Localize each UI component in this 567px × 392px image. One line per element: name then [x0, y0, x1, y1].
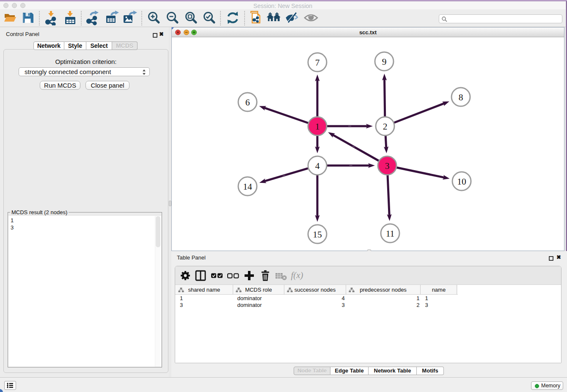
show-columns-icon[interactable] [194, 269, 207, 282]
table-cell[interactable]: dominator [233, 295, 284, 302]
clone-network-icon[interactable] [249, 10, 264, 25]
edge-3-10[interactable] [397, 168, 445, 178]
control-panel-title: Control Panel [6, 31, 39, 37]
table-cell[interactable]: 3 [421, 302, 457, 309]
tab-edge-table[interactable]: Edge Table [330, 367, 369, 375]
result-scrollbar-thumb[interactable] [156, 216, 160, 247]
graph-node-7[interactable]: 7 [308, 53, 327, 72]
tab-network[interactable]: Network [33, 41, 64, 50]
node-label: 10 [457, 177, 466, 187]
edge-3-11[interactable] [388, 175, 389, 216]
task-list-icon [5, 381, 16, 389]
table-cell[interactable]: 2 [346, 302, 421, 309]
graph-node-2[interactable]: 2 [376, 117, 394, 135]
create-column-icon[interactable] [242, 269, 256, 282]
table-cell[interactable]: 1 [176, 295, 233, 302]
tab-mcds[interactable]: MCDS [112, 41, 138, 50]
unselect-all-columns-icon[interactable] [226, 269, 240, 282]
tab-network-table[interactable]: Network Table [369, 367, 417, 375]
table-cell[interactable]: 3 [284, 302, 346, 309]
search-input[interactable] [449, 15, 559, 22]
delete-column-icon[interactable] [259, 269, 272, 282]
table-panel-tabs: Node Table Edge Table Network Table Moti… [294, 367, 444, 375]
import-network-icon[interactable] [44, 10, 59, 25]
network-window-titlebar[interactable]: scc.txt [172, 28, 564, 37]
graph-node-9[interactable]: 9 [375, 52, 394, 71]
apply-layout-icon[interactable] [225, 10, 240, 25]
edge-1-6[interactable] [264, 108, 308, 123]
hide-selected-icon[interactable] [285, 10, 300, 25]
graph-node-14[interactable]: 14 [238, 177, 257, 196]
table-cell[interactable]: 1 [421, 295, 457, 302]
toolbar-separator [220, 11, 221, 25]
edge-2-8[interactable] [394, 103, 445, 123]
column-header-shared-name[interactable]: shared name [176, 285, 233, 295]
edge-2-3[interactable] [385, 136, 386, 149]
column-header-label: successor nodes [284, 287, 346, 293]
delete-table-icon [274, 269, 288, 282]
edge-4-14[interactable] [264, 168, 308, 182]
result-scrollbar[interactable] [155, 216, 160, 367]
open-session-icon[interactable] [2, 10, 17, 25]
run-mcds-button[interactable]: Run MCDS [40, 81, 80, 90]
close-panel-button[interactable]: Close panel [85, 81, 129, 90]
edge-2-9[interactable] [385, 78, 385, 116]
network-graph: 1234678910111415 [172, 38, 564, 251]
save-session-icon[interactable] [20, 10, 36, 25]
graph-node-8[interactable]: 8 [451, 88, 470, 106]
zoom-out-icon[interactable] [165, 10, 180, 25]
zoom-in-icon[interactable] [146, 10, 161, 25]
table-cell[interactable]: 1 [346, 295, 421, 302]
zoom-selected-icon[interactable] [201, 10, 217, 25]
tab-select[interactable]: Select [86, 41, 112, 50]
export-image-icon[interactable] [122, 10, 137, 25]
select-all-columns-icon[interactable] [210, 269, 224, 282]
tab-style[interactable]: Style [64, 41, 86, 50]
memory-status-icon [535, 384, 539, 388]
criterion-select[interactable]: strongly connected component [19, 67, 150, 76]
column-header-name[interactable]: name [421, 285, 457, 295]
mcds-result-area[interactable]: 1 3 [8, 216, 161, 367]
graph-node-10[interactable]: 10 [452, 172, 471, 190]
node-label: 2 [383, 121, 388, 132]
column-header-MCDS-role[interactable]: MCDS role [233, 285, 284, 295]
graph-node-4[interactable]: 4 [308, 156, 327, 175]
node-label: 15 [313, 229, 322, 240]
table-cell[interactable]: 4 [284, 295, 346, 302]
graph-node-6[interactable]: 6 [238, 93, 257, 111]
control-panel-float-button[interactable] [153, 32, 158, 37]
show-all-icon[interactable] [303, 10, 319, 25]
mcds-result-group: MCDS result (2 nodes) 1 3 [8, 212, 162, 367]
table-cell[interactable]: dominator [233, 302, 284, 309]
graph-node-1[interactable]: 1 [308, 117, 327, 135]
control-panel-close-button[interactable]: ✖ [159, 32, 164, 36]
column-header-successor-nodes[interactable]: successor nodes [284, 285, 346, 295]
network-window-title: scc.txt [172, 29, 564, 36]
node-label: 8 [459, 92, 463, 102]
network-canvas[interactable]: 1234678910111415 [172, 38, 564, 251]
import-table-icon[interactable] [63, 10, 78, 25]
function-builder-icon: f(x) [290, 269, 304, 282]
export-network-icon[interactable] [85, 10, 101, 25]
edge-label-mark [350, 165, 352, 166]
table-panel: Table Panel ✖ [171, 251, 567, 377]
column-header-label: shared name [176, 287, 233, 293]
node-label: 7 [315, 58, 320, 68]
graph-node-15[interactable]: 15 [308, 225, 327, 243]
table-cell[interactable]: 3 [176, 302, 233, 309]
tab-node-table[interactable]: Node Table [294, 367, 330, 375]
status-bar: Memory [0, 377, 567, 392]
table-panel-close-button[interactable]: ✖ [556, 255, 561, 259]
edge-3-1[interactable] [332, 135, 379, 161]
tab-motifs[interactable]: Motifs [417, 367, 444, 375]
export-table-icon[interactable] [105, 10, 120, 25]
column-header-predecessor-nodes[interactable]: predecessor nodes [346, 285, 421, 295]
graph-node-3[interactable]: 3 [378, 156, 396, 175]
table-settings-icon[interactable] [179, 269, 192, 282]
graph-node-11[interactable]: 11 [381, 224, 399, 243]
table-panel-float-button[interactable] [549, 255, 554, 260]
task-history-button[interactable] [4, 381, 16, 390]
zoom-fit-icon[interactable] [183, 10, 198, 25]
memory-button[interactable]: Memory [531, 381, 563, 390]
first-neighbors-icon[interactable] [266, 10, 281, 25]
